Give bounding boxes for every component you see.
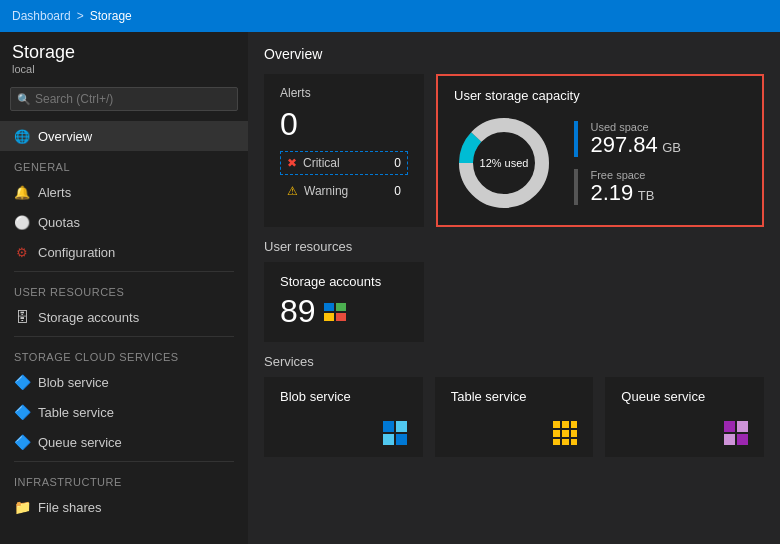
- nav-section-cloud-services: Storage cloud services: [0, 341, 248, 367]
- capacity-stats: Used space 297.84 GB Free space 2.19 TB: [574, 121, 681, 205]
- sidebar-label-quotas: Quotas: [38, 215, 80, 230]
- sidebar-label-configuration: Configuration: [38, 245, 115, 260]
- storage-accounts-count-row: 89: [280, 293, 408, 330]
- storage-accounts-card[interactable]: Storage accounts 89: [264, 262, 424, 342]
- nav-divider-2: [14, 336, 234, 337]
- sidebar-search-wrap: 🔍: [0, 81, 248, 117]
- capacity-inner: 12% used Used space 297.84 GB: [454, 113, 746, 213]
- donut-chart: 12% used: [454, 113, 554, 213]
- blob-service-card-icon: [383, 421, 407, 445]
- free-info: Free space 2.19 TB: [590, 169, 654, 205]
- used-space-stat: Used space 297.84 GB: [574, 121, 681, 157]
- blob-service-icon: 🔷: [14, 374, 30, 390]
- used-bar: [574, 121, 578, 157]
- sidebar-item-queue-service[interactable]: 🔷 Queue service: [0, 427, 248, 457]
- sidebar-item-table-service[interactable]: 🔷 Table service: [0, 397, 248, 427]
- quotas-icon: ⚪: [14, 214, 30, 230]
- free-value: 2.19: [590, 180, 633, 205]
- services-grid: Blob service Table service: [264, 377, 764, 457]
- svg-rect-17: [553, 439, 560, 445]
- sidebar-label-alerts: Alerts: [38, 185, 71, 200]
- sidebar-label-blob-service: Blob service: [38, 375, 109, 390]
- sidebar-label-file-shares: File shares: [38, 500, 102, 515]
- sidebar: Storage local 🔍 🌐 Overview General 🔔 Ale…: [0, 32, 248, 544]
- sidebar-nav: 🌐 Overview General 🔔 Alerts ⚪ Quotas ⚙ C…: [0, 117, 248, 544]
- breadcrumb-dashboard[interactable]: Dashboard: [12, 9, 71, 23]
- page-subtitle: local: [12, 63, 236, 75]
- svg-rect-11: [553, 421, 560, 428]
- table-service-icon: 🔷: [14, 404, 30, 420]
- sidebar-label-storage-accounts: Storage accounts: [38, 310, 139, 325]
- capacity-card-label: User storage capacity: [454, 88, 746, 103]
- content-area: Overview Alerts 0 ✖ Critical 0 ⚠ Warning…: [248, 32, 780, 544]
- breadcrumb-separator: >: [77, 9, 84, 23]
- search-input[interactable]: [10, 87, 238, 111]
- alerts-icon: 🔔: [14, 184, 30, 200]
- alerts-total-count: 0: [280, 106, 408, 143]
- free-space-stat: Free space 2.19 TB: [574, 169, 681, 205]
- warning-icon: ⚠: [287, 184, 298, 198]
- table-service-card-label: Table service: [451, 389, 578, 404]
- nav-section-user-resources: User resources: [0, 276, 248, 302]
- search-icon: 🔍: [17, 93, 31, 106]
- queue-service-icon: 🔷: [14, 434, 30, 450]
- sidebar-item-overview[interactable]: 🌐 Overview: [0, 121, 248, 151]
- config-icon: ⚙: [14, 244, 30, 260]
- table-service-card[interactable]: Table service: [435, 377, 594, 457]
- sidebar-label-table-service: Table service: [38, 405, 114, 420]
- sidebar-label-overview: Overview: [38, 129, 92, 144]
- blob-icon-row: [280, 421, 407, 445]
- sidebar-item-quotas[interactable]: ⚪ Quotas: [0, 207, 248, 237]
- sidebar-header: Storage local: [0, 32, 248, 81]
- sidebar-item-blob-service[interactable]: 🔷 Blob service: [0, 367, 248, 397]
- nav-section-infrastructure: Infrastructure: [0, 466, 248, 492]
- warning-count: 0: [394, 184, 401, 198]
- blob-service-card[interactable]: Blob service: [264, 377, 423, 457]
- svg-rect-12: [562, 421, 569, 428]
- warning-alert-row[interactable]: ⚠ Warning 0: [280, 179, 408, 203]
- storage-accounts-card-label: Storage accounts: [280, 274, 408, 289]
- sidebar-item-storage-accounts[interactable]: 🗄 Storage accounts: [0, 302, 248, 332]
- sidebar-item-configuration[interactable]: ⚙ Configuration: [0, 237, 248, 267]
- free-unit: TB: [638, 188, 655, 203]
- page-title: Storage: [12, 42, 236, 63]
- critical-label: Critical: [303, 156, 388, 170]
- svg-rect-4: [336, 303, 346, 311]
- used-value: 297.84: [590, 132, 657, 157]
- used-info: Used space 297.84 GB: [590, 121, 681, 157]
- capacity-card: User storage capacity 12%: [436, 74, 764, 227]
- donut-label: 12% used: [480, 157, 529, 169]
- sidebar-item-file-shares[interactable]: 📁 File shares: [0, 492, 248, 522]
- queue-service-card-label: Queue service: [621, 389, 748, 404]
- critical-icon: ✖: [287, 156, 297, 170]
- svg-rect-7: [383, 421, 394, 432]
- svg-rect-3: [324, 303, 334, 311]
- alerts-card: Alerts 0 ✖ Critical 0 ⚠ Warning 0: [264, 74, 424, 227]
- sidebar-label-queue-service: Queue service: [38, 435, 122, 450]
- svg-rect-18: [562, 439, 569, 445]
- table-service-card-icon: [553, 421, 577, 445]
- free-bar: [574, 169, 578, 205]
- svg-rect-14: [553, 430, 560, 437]
- svg-rect-20: [724, 421, 735, 432]
- alerts-card-label: Alerts: [280, 86, 408, 100]
- queue-icon-row: [621, 421, 748, 445]
- sidebar-item-alerts[interactable]: 🔔 Alerts: [0, 177, 248, 207]
- critical-count: 0: [394, 156, 401, 170]
- svg-rect-6: [336, 313, 346, 321]
- critical-alert-row[interactable]: ✖ Critical 0: [280, 151, 408, 175]
- queue-service-card[interactable]: Queue service: [605, 377, 764, 457]
- nav-divider-3: [14, 461, 234, 462]
- breadcrumb-current: Storage: [90, 9, 132, 23]
- storage-accounts-card-icon: [324, 303, 346, 321]
- svg-rect-10: [396, 434, 407, 445]
- svg-rect-15: [562, 430, 569, 437]
- user-resources-title: User resources: [264, 239, 764, 254]
- svg-rect-5: [324, 313, 334, 321]
- storage-accounts-icon: 🗄: [14, 309, 30, 325]
- svg-rect-8: [396, 421, 407, 432]
- globe-icon: 🌐: [14, 128, 30, 144]
- svg-rect-22: [724, 434, 735, 445]
- queue-service-card-icon: [724, 421, 748, 445]
- warning-label: Warning: [304, 184, 388, 198]
